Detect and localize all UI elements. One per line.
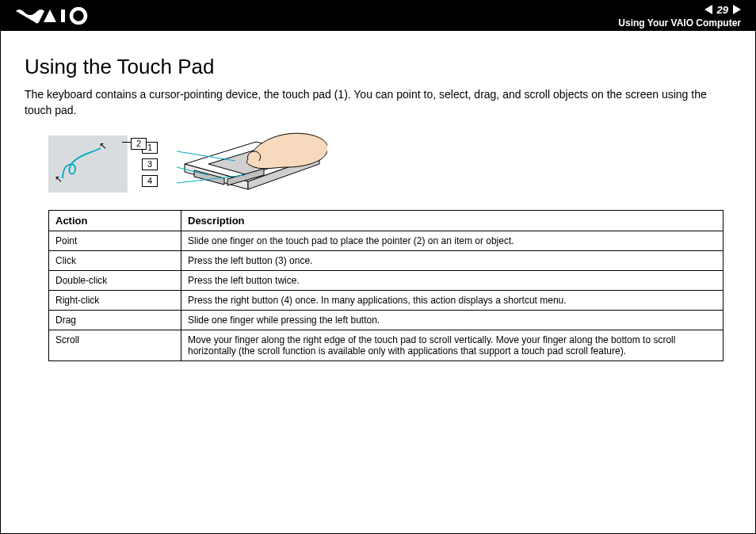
table-row: Double-click Press the left button twice… xyxy=(49,271,724,291)
action-cell: Drag xyxy=(49,311,181,330)
table-row: Drag Slide one finger while pressing the… xyxy=(49,311,724,330)
content: Using the Touch Pad The keyboard contain… xyxy=(1,31,755,361)
table-row: Point Slide one finger on the touch pad … xyxy=(49,231,724,251)
callout-2-label: 2 xyxy=(131,138,147,150)
action-cell: Scroll xyxy=(49,330,181,361)
cursor-icon: ↖ xyxy=(55,174,63,185)
page-title: Using the Touch Pad xyxy=(25,55,731,79)
header-description: Description xyxy=(181,211,724,231)
action-cell: Point xyxy=(49,231,181,251)
pointer-path-icon xyxy=(59,147,107,181)
description-cell: Slide one finger while pressing the left… xyxy=(181,311,724,330)
table-row: Right-click Press the right button (4) o… xyxy=(49,291,724,311)
description-cell: Slide one finger on the touch pad to pla… xyxy=(181,231,724,251)
vaio-logo xyxy=(15,7,94,25)
svg-point-1 xyxy=(71,9,86,23)
vaio-logo-icon xyxy=(15,7,94,25)
figure-touchpad xyxy=(177,132,327,196)
table-row: Click Press the left button (3) once. xyxy=(49,251,724,271)
next-page-arrow-icon[interactable] xyxy=(733,5,741,14)
action-cell: Double-click xyxy=(49,271,181,291)
description-cell: Press the left button twice. xyxy=(181,271,724,291)
callout-4-label: 4 xyxy=(142,175,158,187)
description-cell: Press the left button (3) once. xyxy=(181,251,724,271)
prev-page-arrow-icon[interactable] xyxy=(704,5,712,14)
header-action: Action xyxy=(49,211,181,231)
description-cell: Press the right button (4) once. In many… xyxy=(181,291,724,311)
cursor-icon: ↖ xyxy=(99,140,107,151)
header-bar: 29 Using Your VAIO Computer xyxy=(1,1,755,31)
page-number: 29 xyxy=(717,4,728,16)
actions-table: Action Description Point Slide one finge… xyxy=(48,210,724,361)
svg-rect-0 xyxy=(61,10,65,22)
figures: ↖ ↖ 2 1 3 4 xyxy=(48,132,731,196)
intro-text: The keyboard contains a cursor-pointing … xyxy=(25,87,731,118)
header-right: 29 Using Your VAIO Computer xyxy=(618,4,741,29)
table-header-row: Action Description xyxy=(49,211,724,231)
figure-screen: ↖ ↖ 2 xyxy=(48,135,128,193)
action-cell: Right-click xyxy=(49,291,181,311)
touchpad-illustration-icon xyxy=(177,132,327,196)
page-nav: 29 xyxy=(704,4,741,16)
callout-2: 2 xyxy=(131,135,147,150)
description-cell: Move your finger along the right edge of… xyxy=(181,330,724,361)
callout-3-label: 3 xyxy=(142,158,158,170)
table-row: Scroll Move your finger along the right … xyxy=(49,330,724,361)
section-title: Using Your VAIO Computer xyxy=(618,17,741,29)
action-cell: Click xyxy=(49,251,181,271)
page: 29 Using Your VAIO Computer Using the To… xyxy=(0,0,756,534)
